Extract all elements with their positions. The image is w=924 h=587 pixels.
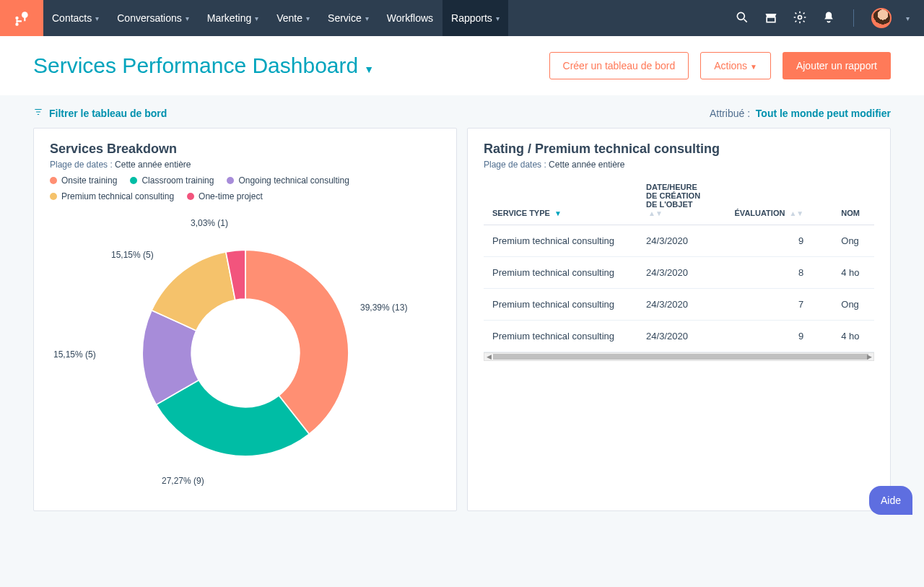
donut-slice-label: 15,15% (5) — [53, 349, 96, 360]
cell-nom: 4 ho — [812, 257, 874, 289]
settings-gear-icon[interactable] — [793, 10, 807, 27]
chevron-down-icon: ▾ — [95, 14, 99, 22]
filter-bar: Filtrer le tableau de bord Attribué : To… — [0, 95, 924, 128]
marketplace-icon[interactable] — [764, 10, 778, 27]
card-subtitle: Plage de dates : Cette année entière — [50, 160, 440, 170]
legend-item[interactable]: Onsite training — [50, 175, 117, 186]
cell-created: 24/3/2020 — [637, 257, 717, 289]
nav-label: Workflows — [387, 12, 433, 24]
attribution-label: Attribué : — [710, 108, 756, 119]
cell-created: 24/3/2020 — [637, 321, 717, 352]
title-dropdown-caret-icon[interactable]: ▼ — [364, 64, 374, 75]
card-subtitle: Plage de dates : Cette année entière — [484, 160, 874, 170]
scrollbar-thumb[interactable] — [493, 354, 868, 360]
col-nom[interactable]: NOM — [812, 175, 874, 225]
svg-rect-4 — [767, 17, 775, 22]
user-avatar[interactable] — [871, 8, 892, 28]
sort-icon: ▼ — [554, 209, 562, 217]
legend-dot-icon — [227, 177, 234, 184]
chevron-down-icon: ▾ — [365, 14, 369, 22]
actions-button[interactable]: Actions ▼ — [700, 52, 771, 79]
legend-label: One-time project — [199, 191, 263, 201]
nav-item-service[interactable]: Service▾ — [319, 0, 378, 36]
legend-item[interactable]: Premium technical consulting — [50, 191, 174, 201]
table-row[interactable]: Premium technical consulting24/3/20207On… — [484, 289, 874, 321]
col-created[interactable]: DATE/HEURE DE CRÉATION DE L'OBJET ▲▼ — [637, 175, 717, 225]
scroll-left-icon[interactable]: ◀ — [484, 353, 493, 360]
nav-label: Marketing — [207, 12, 251, 24]
cell-service-type: Premium technical consulting — [484, 321, 637, 352]
cell-evaluation: 9 — [717, 321, 812, 352]
legend-label: Premium technical consulting — [61, 191, 174, 201]
filter-dashboard-link[interactable]: Filtrer le tableau de bord — [49, 108, 167, 119]
svg-point-5 — [798, 15, 802, 19]
nav-item-contacts[interactable]: Contacts▾ — [43, 0, 108, 36]
col-evaluation[interactable]: ÉVALUATION ▲▼ — [717, 175, 812, 225]
table-row[interactable]: Premium technical consulting24/3/202084 … — [484, 257, 874, 289]
filter-icon — [33, 107, 43, 119]
cell-service-type: Premium technical consulting — [484, 289, 637, 321]
nav-label: Service — [328, 12, 362, 24]
donut-svg — [123, 230, 368, 476]
scroll-right-icon[interactable]: ▶ — [865, 353, 873, 360]
chevron-down-icon: ▾ — [186, 14, 189, 22]
horizontal-scrollbar[interactable]: ◀ ▶ — [484, 352, 874, 361]
help-button[interactable]: Aide — [869, 486, 912, 515]
attribution-link[interactable]: Tout le monde peut modifier — [756, 108, 891, 119]
svg-point-0 — [22, 12, 28, 18]
cell-service-type: Premium technical consulting — [484, 257, 637, 289]
card-title: Rating / Premium technical consulting — [484, 142, 874, 157]
nav-utility-icons: ▾ — [735, 8, 924, 28]
nav-label: Conversations — [117, 12, 182, 24]
legend-label: Ongoing technical consulting — [238, 175, 349, 186]
cell-created: 24/3/2020 — [637, 225, 717, 257]
top-nav: Contacts▾Conversations▾Marketing▾Vente▾S… — [0, 0, 924, 36]
nav-label: Contacts — [52, 12, 92, 24]
cell-evaluation: 8 — [717, 257, 812, 289]
page-header: Services Performance Dashboard▼ Créer un… — [0, 36, 924, 95]
legend-label: Onsite training — [61, 175, 117, 186]
col-service-type[interactable]: SERVICE TYPE ▼ — [484, 175, 637, 225]
svg-point-3 — [737, 12, 744, 19]
svg-point-1 — [15, 23, 18, 26]
notifications-bell-icon[interactable] — [821, 10, 836, 27]
chevron-down-icon: ▾ — [255, 14, 258, 22]
rating-table: SERVICE TYPE ▼ DATE/HEURE DE CRÉATION DE… — [484, 175, 874, 352]
chart-legend: Onsite trainingClassroom trainingOngoing… — [50, 175, 440, 201]
nav-item-conversations[interactable]: Conversations▾ — [108, 0, 198, 36]
legend-dot-icon — [50, 193, 57, 200]
cell-nom: 4 ho — [812, 321, 874, 352]
search-icon[interactable] — [735, 10, 749, 27]
nav-item-marketing[interactable]: Marketing▾ — [199, 0, 267, 36]
logo[interactable] — [0, 0, 43, 36]
legend-item[interactable]: One-time project — [187, 191, 263, 201]
legend-dot-icon — [130, 177, 137, 184]
legend-dot-icon — [187, 193, 194, 200]
donut-slice-label: 15,15% (5) — [111, 250, 154, 260]
rating-table-wrap: SERVICE TYPE ▼ DATE/HEURE DE CRÉATION DE… — [484, 175, 874, 361]
cell-nom: Ong — [812, 225, 874, 257]
chevron-down-icon[interactable]: ▾ — [906, 14, 910, 22]
donut-slice-label: 27,27% (9) — [162, 476, 204, 486]
donut-slice-label: 3,03% (1) — [191, 218, 228, 228]
dashboard-title[interactable]: Services Performance Dashboard▼ — [33, 53, 374, 78]
nav-item-rapports[interactable]: Rapports▾ — [443, 0, 508, 36]
add-report-button[interactable]: Ajouter un rapport — [783, 52, 891, 79]
sort-icon: ▲▼ — [648, 209, 663, 217]
card-services-breakdown: Services Breakdown Plage de dates : Cett… — [33, 128, 457, 511]
create-dashboard-button[interactable]: Créer un tableau de bord — [549, 52, 689, 79]
legend-item[interactable]: Ongoing technical consulting — [227, 175, 349, 186]
nav-item-workflows[interactable]: Workflows — [378, 0, 442, 36]
legend-dot-icon — [50, 177, 57, 184]
legend-item[interactable]: Classroom training — [130, 175, 214, 186]
card-rating: Rating / Premium technical consulting Pl… — [467, 128, 891, 511]
nav-item-vente[interactable]: Vente▾ — [268, 0, 318, 36]
card-title: Services Breakdown — [50, 142, 440, 157]
cell-evaluation: 7 — [717, 289, 812, 321]
table-row[interactable]: Premium technical consulting24/3/202094 … — [484, 321, 874, 352]
table-row[interactable]: Premium technical consulting24/3/20209On… — [484, 225, 874, 257]
dashboard-cards: Services Breakdown Plage de dates : Cett… — [0, 128, 924, 526]
chevron-down-icon: ▾ — [306, 14, 310, 22]
nav-label: Vente — [276, 12, 302, 24]
donut-chart[interactable]: 39,39% (13)27,27% (9)15,15% (5)15,15% (5… — [50, 209, 440, 497]
